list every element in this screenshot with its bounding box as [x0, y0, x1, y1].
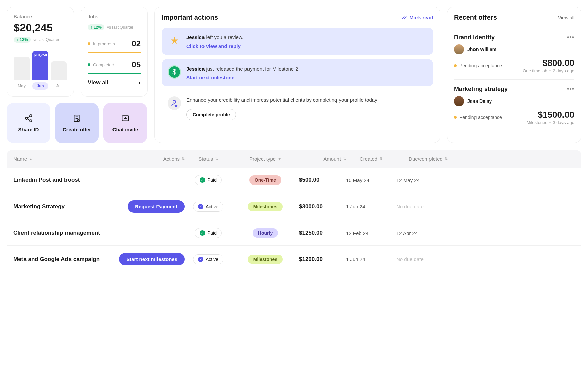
svg-point-0 — [30, 115, 32, 117]
share-icon — [24, 114, 33, 123]
svg-point-2 — [30, 120, 32, 122]
bar-may — [14, 57, 30, 80]
row-type: Milestones — [232, 202, 299, 211]
svg-line-3 — [27, 116, 30, 118]
table-header: Name▲ Actions⇅ Status⇅ Project type▼ Amo… — [7, 150, 581, 168]
complete-profile-button[interactable]: Complete profile — [186, 109, 236, 120]
row-name: Marketing Strategy — [13, 203, 118, 210]
avatar — [454, 44, 464, 54]
jobs-view-all[interactable]: View all › — [88, 79, 141, 86]
row-action-button[interactable]: Start next milestones — [119, 253, 185, 265]
balance-amount: $20,245 — [14, 22, 67, 34]
dot-icon — [454, 64, 457, 67]
check-icon: ✓ — [198, 257, 203, 262]
col-actions[interactable]: Actions⇅ — [118, 156, 185, 162]
arrow-up-icon: ↑ — [90, 25, 92, 30]
jobs-in-progress: In progress 02 — [88, 37, 141, 53]
dot-icon — [454, 116, 457, 119]
next-milestone-link[interactable]: Start next milestone — [186, 75, 427, 80]
row-due: 12 Apr 24 — [396, 230, 460, 236]
action-review[interactable]: ★ Jessica left you a review. Click to vi… — [162, 28, 433, 55]
col-due[interactable]: Due/completed⇅ — [396, 156, 460, 162]
important-actions-card: Important actions Mark read ★ Jessica le… — [154, 7, 440, 143]
row-actions: Start next milestones — [118, 253, 185, 265]
row-name: Meta and Google Ads campaign — [13, 256, 118, 263]
share-id-button[interactable]: Share ID — [7, 103, 50, 143]
jobs-trend: ↑12% vs last Quarter — [88, 24, 141, 30]
table-row[interactable]: Linkedin Post and boost✓PaidOne-Time$500… — [7, 168, 581, 193]
chevron-right-icon: › — [138, 79, 141, 86]
offers-title: Recent offers — [454, 14, 497, 22]
table-row[interactable]: Client relationship management✓PaidHourl… — [7, 220, 581, 246]
sort-desc-icon: ▼ — [278, 157, 281, 161]
sort-icon: ⇅ — [343, 157, 346, 161]
offer-item[interactable]: Brand identity Jhon William ••• Pending … — [454, 34, 574, 80]
month-jul[interactable]: Jul — [51, 82, 67, 90]
sort-icon: ⇅ — [215, 157, 218, 161]
offer-item[interactable]: Marketing strategy Jess Daisy ••• Pendin… — [454, 86, 574, 131]
dot-icon — [88, 63, 90, 66]
action-profile: Enhance your credibility and impress pot… — [162, 90, 433, 126]
row-amount: $3000.00 — [299, 203, 346, 210]
balance-chart: $10,750 — [14, 49, 67, 80]
row-created: 10 May 24 — [346, 177, 396, 183]
month-row: May Jun Jul — [14, 82, 67, 90]
sort-icon: ⇅ — [379, 157, 382, 161]
row-status: ✓Active — [185, 254, 232, 264]
jobs-completed: Completed 05 — [88, 58, 141, 74]
col-amount[interactable]: Amount⇅ — [299, 156, 346, 162]
table-row[interactable]: Meta and Google Ads campaignStart next m… — [7, 246, 581, 273]
row-status: ✓Paid — [185, 228, 232, 238]
projects-table: Name▲ Actions⇅ Status⇅ Project type▼ Amo… — [7, 150, 581, 273]
profile-star-icon — [168, 96, 181, 110]
chat-invite-button[interactable]: Chat invite — [103, 103, 147, 143]
jobs-card: Jobs ↑12% vs last Quarter In progress 02… — [81, 7, 148, 97]
check-icon: ✓ — [200, 230, 205, 236]
offers-view-all[interactable]: View all — [558, 15, 574, 21]
avatar — [454, 96, 464, 106]
table-row[interactable]: Marketing StrategyRequest Payment✓Active… — [7, 193, 581, 220]
quick-actions: Share ID Create offer Chat invite — [7, 103, 148, 143]
actions-title: Important actions — [162, 14, 218, 22]
row-due: No due date — [396, 256, 460, 262]
col-name[interactable]: Name▲ — [13, 156, 118, 162]
row-due: No due date — [396, 204, 460, 209]
row-amount: $1200.00 — [299, 256, 346, 263]
row-amount: $1250.00 — [299, 230, 346, 236]
col-status[interactable]: Status⇅ — [185, 156, 232, 162]
balance-card: Balance $20,245 ↑12% vs last Quarter $10… — [7, 7, 74, 97]
row-due: 12 May 24 — [396, 177, 460, 183]
row-name: Client relationship management — [13, 230, 118, 236]
review-reply-link[interactable]: Click to view and reply — [186, 43, 427, 49]
row-type: Hourly — [232, 228, 299, 238]
more-icon[interactable]: ••• — [567, 34, 574, 41]
col-type[interactable]: Project type▼ — [232, 156, 299, 162]
row-created: 1 Jun 24 — [346, 256, 396, 262]
mark-read-button[interactable]: Mark read — [401, 15, 433, 21]
star-icon: ★ — [168, 34, 181, 47]
action-payment[interactable]: $ Jessica just released the payment for … — [162, 59, 433, 87]
dollar-icon: $ — [168, 65, 181, 79]
bar-jul — [51, 61, 67, 80]
bar-jun: $10,750 — [32, 51, 48, 80]
recent-offers-card: Recent offers View all Brand identity Jh… — [447, 7, 581, 143]
row-created: 1 Jun 24 — [346, 204, 396, 209]
row-action-button[interactable]: Request Payment — [128, 200, 185, 213]
sort-icon: ⇅ — [445, 157, 448, 161]
document-edit-icon — [73, 114, 81, 123]
month-jun[interactable]: Jun — [32, 82, 48, 90]
row-type: Milestones — [232, 255, 299, 264]
col-created[interactable]: Created⇅ — [346, 156, 396, 162]
svg-line-4 — [27, 119, 30, 120]
month-may[interactable]: May — [14, 82, 30, 90]
check-all-icon — [401, 16, 407, 20]
arrow-up-icon: ↑ — [16, 37, 18, 42]
sort-icon: ⇅ — [182, 157, 185, 161]
row-amount: $500.00 — [299, 177, 346, 183]
create-offer-button[interactable]: Create offer — [55, 103, 99, 143]
sort-asc-icon: ▲ — [29, 157, 33, 161]
row-actions: Request Payment — [118, 200, 185, 213]
balance-label: Balance — [14, 14, 67, 19]
more-icon[interactable]: ••• — [567, 86, 574, 93]
row-status: ✓Paid — [185, 175, 232, 185]
